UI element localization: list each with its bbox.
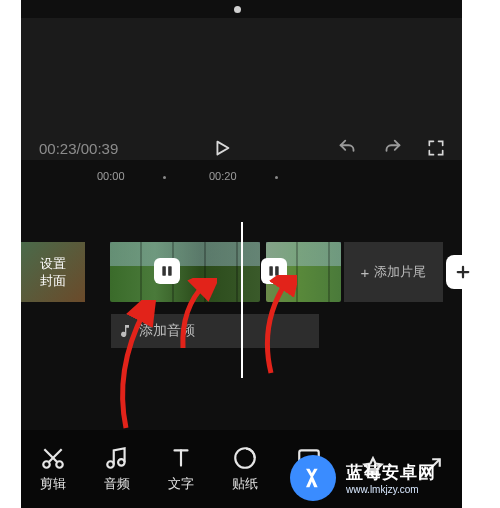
- ruler-tick: 00:00: [97, 170, 125, 182]
- tool-label: 剪辑: [40, 475, 66, 493]
- svg-rect-4: [275, 266, 279, 275]
- tool-label: 贴纸: [232, 475, 258, 493]
- svg-marker-0: [218, 142, 229, 155]
- tool-label: 音频: [104, 475, 130, 493]
- svg-rect-3: [269, 266, 273, 275]
- add-ending-button[interactable]: + 添加片尾: [344, 242, 443, 302]
- transition-button[interactable]: [261, 258, 287, 284]
- ruler-dot: [163, 176, 166, 179]
- status-bar: [21, 0, 462, 18]
- set-cover-button[interactable]: 设置 封面: [21, 242, 85, 302]
- plus-icon: +: [361, 264, 370, 281]
- status-dot: [234, 6, 241, 13]
- ruler-tick: 00:20: [209, 170, 237, 182]
- video-clip-1[interactable]: [110, 242, 260, 302]
- tool-label: 文字: [168, 475, 194, 493]
- add-clip-button[interactable]: [446, 255, 480, 289]
- transition-button[interactable]: [154, 258, 180, 284]
- undo-icon[interactable]: [334, 134, 362, 162]
- tool-sticker[interactable]: 贴纸: [213, 445, 277, 493]
- playhead[interactable]: [241, 222, 243, 378]
- tool-cut[interactable]: 剪辑: [21, 445, 85, 493]
- watermark-logo-icon: [290, 455, 336, 501]
- add-ending-label: 添加片尾: [374, 263, 426, 281]
- watermark-title: 蓝莓安卓网: [346, 461, 436, 484]
- watermark-overlay: 蓝莓安卓网 www.lmkjzy.com: [290, 448, 462, 508]
- svg-rect-1: [162, 266, 166, 275]
- playback-bar: 00:23/00:39: [21, 128, 462, 168]
- play-icon[interactable]: [208, 134, 236, 162]
- tool-audio[interactable]: 音频: [85, 445, 149, 493]
- svg-point-12: [118, 459, 125, 466]
- ruler-dot: [275, 176, 278, 179]
- redo-icon[interactable]: [378, 134, 406, 162]
- svg-rect-2: [168, 266, 172, 275]
- add-audio-button[interactable]: 添加音频: [111, 314, 319, 348]
- tool-text[interactable]: 文字: [149, 445, 213, 493]
- music-note-icon: [111, 323, 139, 339]
- cover-label-2: 封面: [40, 272, 66, 289]
- time-display: 00:23/00:39: [39, 140, 118, 157]
- cover-label-1: 设置: [40, 255, 66, 272]
- add-audio-label: 添加音频: [139, 322, 195, 340]
- fullscreen-icon[interactable]: [422, 134, 450, 162]
- svg-point-11: [107, 461, 114, 468]
- watermark-url: www.lmkjzy.com: [346, 484, 436, 495]
- ruler: 00:00 00:20: [21, 168, 462, 190]
